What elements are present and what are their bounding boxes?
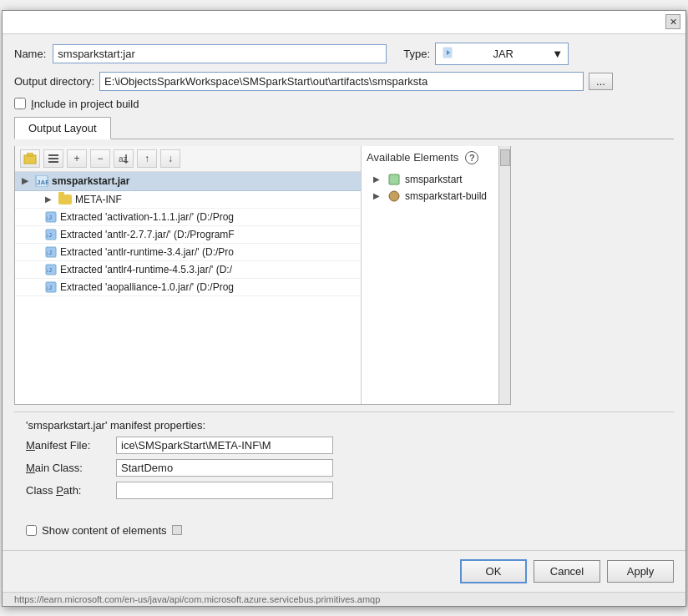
smsparkstart-arrow: ▶ <box>373 174 383 184</box>
available-elements-label: Available Elements <box>367 151 458 164</box>
antlr-label: Extracted 'antlr-2.7.7.jar/' (D:/Program… <box>60 229 235 240</box>
svg-rect-5 <box>48 158 58 159</box>
remove-btn[interactable]: − <box>90 149 110 168</box>
main-class-label: Main Class: <box>26 462 109 474</box>
antlr-runtime-label: Extracted 'antlr-runtime-3.4.jar/' (D:/P… <box>60 246 234 258</box>
name-row: Name: Type: JAR ▼ <box>14 43 674 65</box>
svg-rect-6 <box>48 161 58 163</box>
right-tree-smsparkstart-build[interactable]: ▶ smsparkstart-build <box>367 188 493 204</box>
output-dir-label: Output directory: <box>14 75 94 88</box>
help-icon[interactable]: ? <box>465 151 478 164</box>
scrollbar-hint-icon <box>172 525 182 535</box>
svg-text:↓J: ↓J <box>46 285 52 290</box>
tree-root-label: smsparkstart.jar <box>52 175 129 187</box>
type-select[interactable]: JAR ▼ <box>435 43 569 65</box>
available-elements-header: Available Elements ? <box>367 151 493 164</box>
include-row: Include in project build <box>14 98 674 110</box>
extracted-jar-icon-5: ↓J <box>45 281 57 293</box>
manifest-properties: 'smsparkstart.jar' manifest properties: … <box>14 412 674 511</box>
tree-item-meta-inf[interactable]: ▶ META-INF <box>15 191 361 209</box>
meta-inf-arrow: ▶ <box>45 194 55 204</box>
svg-text:JAR: JAR <box>37 179 48 186</box>
include-label: Include in project build <box>31 98 139 110</box>
left-panel: + − az ↑ ↓ <box>15 146 362 404</box>
status-bar: https://learn.microsoft.com/en-us/java/a… <box>3 592 685 606</box>
output-dir-input[interactable] <box>99 72 584 91</box>
show-content-label: Show content of elements <box>42 524 167 537</box>
left-tree[interactable]: ▶ JAR smsparkstart.jar ▶ META-INF <box>15 172 361 404</box>
smsparkstart-build-arrow: ▶ <box>373 191 383 200</box>
svg-text:↓J: ↓J <box>46 232 52 238</box>
include-checkbox[interactable] <box>14 98 26 109</box>
toolbar-row: + − az ↑ ↓ <box>15 146 361 172</box>
svg-text:↓J: ↓J <box>46 267 52 273</box>
tab-bar: Output Layout <box>14 117 674 139</box>
title-bar: ✕ <box>3 11 685 34</box>
manifest-file-row: Manifest File: <box>26 437 662 454</box>
manifest-title: 'smsparkstart.jar' manifest properties: <box>26 419 662 432</box>
output-dir-row: Output directory: ... <box>14 72 674 91</box>
svg-text:↓J: ↓J <box>46 250 52 255</box>
main-class-row: Main Class: <box>26 459 662 477</box>
apply-button[interactable]: Apply <box>607 560 674 583</box>
lines-icon-btn[interactable] <box>43 149 63 168</box>
footer: OK Cancel Apply <box>3 550 685 592</box>
tree-item-aopalliance[interactable]: ↓J Extracted 'aopalliance-1.0.jar/' (D:/… <box>15 279 361 296</box>
name-input[interactable] <box>53 44 387 63</box>
root-arrow: ▶ <box>22 176 32 185</box>
tree-root[interactable]: ▶ JAR smsparkstart.jar <box>15 172 361 191</box>
tab-output-layout[interactable]: Output Layout <box>14 117 111 139</box>
panels-wrapper: + − az ↑ ↓ <box>14 146 674 405</box>
manifest-file-label: Manifest File: <box>26 439 109 452</box>
main-class-input[interactable] <box>116 459 333 477</box>
extracted-jar-icon-2: ↓J <box>45 229 57 240</box>
type-icon <box>441 46 454 62</box>
aopalliance-label: Extracted 'aopalliance-1.0.jar/' (D:/Pro… <box>60 281 234 293</box>
down-btn[interactable]: ↓ <box>160 149 180 168</box>
type-dropdown-arrow: ▼ <box>552 48 563 60</box>
right-tree-smsparkstart[interactable]: ▶ smsparkstart <box>367 171 493 188</box>
right-panel: Available Elements ? ▶ smsparkstart ▶ <box>362 146 498 404</box>
type-wrapper: Type: JAR ▼ <box>403 43 569 65</box>
outer-scrollbar[interactable] <box>498 146 510 404</box>
tree-item-antlr4[interactable]: ↓J Extracted 'antlr4-runtime-4.5.3.jar/'… <box>15 261 361 279</box>
manifest-file-input[interactable] <box>116 437 333 454</box>
cancel-button[interactable]: Cancel <box>534 560 600 583</box>
svg-text:↓J: ↓J <box>46 215 52 220</box>
class-path-input[interactable] <box>116 482 333 499</box>
tree-item-antlr-runtime[interactable]: ↓J Extracted 'antlr-runtime-3.4.jar/' (D… <box>15 244 361 261</box>
meta-inf-label: META-INF <box>75 194 122 205</box>
add-btn[interactable]: + <box>67 149 87 168</box>
svg-rect-3 <box>28 153 33 156</box>
module-icon-2 <box>388 190 400 202</box>
browse-button[interactable]: ... <box>589 73 613 90</box>
extracted-jar-icon-1: ↓J <box>45 211 57 223</box>
svg-rect-22 <box>389 174 399 184</box>
sort-btn[interactable]: az <box>114 149 134 168</box>
antlr4-label: Extracted 'antlr4-runtime-4.5.3.jar/' (D… <box>60 264 232 275</box>
extracted-jar-icon-3: ↓J <box>45 246 57 258</box>
smsparkstart-build-label: smsparkstart-build <box>405 190 487 202</box>
up-btn[interactable]: ↑ <box>137 149 157 168</box>
type-label: Type: <box>403 48 430 60</box>
activation-label: Extracted 'activation-1.1.1.jar/' (D:/Pr… <box>60 211 234 223</box>
show-content-row: Show content of elements <box>14 518 674 543</box>
show-content-checkbox[interactable] <box>26 525 37 536</box>
class-path-row: Class Path: <box>26 482 662 499</box>
extracted-jar-icon-4: ↓J <box>45 264 57 275</box>
ok-button[interactable]: OK <box>460 559 527 583</box>
package-icon-btn[interactable] <box>20 149 40 168</box>
jar-file-icon: JAR <box>35 175 48 187</box>
tree-item-antlr[interactable]: ↓J Extracted 'antlr-2.7.7.jar/' (D:/Prog… <box>15 226 361 244</box>
panels-area: + − az ↑ ↓ <box>14 146 511 405</box>
close-button[interactable]: ✕ <box>665 14 680 29</box>
class-path-label: Class Path: <box>26 484 109 497</box>
artifact-dialog: ✕ Name: Type: JAR ▼ <box>2 10 686 607</box>
dialog-body: Name: Type: JAR ▼ Output director <box>3 34 685 550</box>
name-label: Name: <box>14 48 46 60</box>
tree-item-activation[interactable]: ↓J Extracted 'activation-1.1.1.jar/' (D:… <box>15 209 361 226</box>
module-icon-1 <box>388 174 400 185</box>
type-value: JAR <box>493 48 513 60</box>
svg-rect-4 <box>48 154 58 156</box>
folder-icon <box>58 194 72 204</box>
